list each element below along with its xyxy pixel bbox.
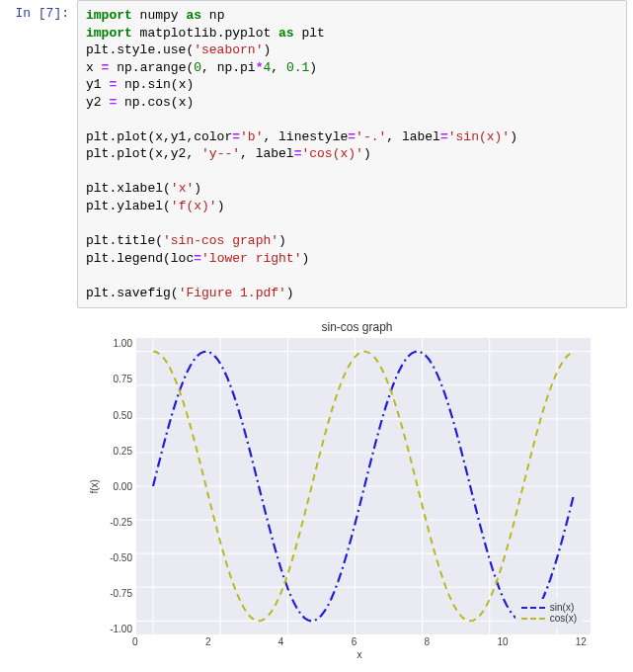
code-input[interactable]: import numpy as np import matplotlib.pyp… xyxy=(77,0,627,308)
code-cell: In [7]: import numpy as np import matplo… xyxy=(0,0,633,308)
chart-plot-area: sin(x) cos(x) xyxy=(136,338,591,634)
cell-output: sin-cos graph f(x) 1.000.750.500.250.00-… xyxy=(77,308,633,666)
chart-title: sin-cos graph xyxy=(87,320,627,334)
legend-item-sin: sin(x) xyxy=(521,602,577,613)
chart-xticks: 024681012 xyxy=(132,634,587,647)
chart-ylabel: f(x) xyxy=(89,479,100,493)
legend-swatch-sin xyxy=(521,607,545,609)
legend-label-cos: cos(x) xyxy=(550,613,577,624)
chart-legend: sin(x) cos(x) xyxy=(515,599,583,627)
input-prompt: In [7]: xyxy=(0,0,77,27)
chart-yticks: 1.000.750.500.250.00-0.25-0.50-0.75-1.00 xyxy=(101,338,136,634)
legend-label-sin: sin(x) xyxy=(550,602,574,613)
legend-swatch-cos xyxy=(521,618,545,620)
chart-xlabel: x xyxy=(132,649,587,660)
legend-item-cos: cos(x) xyxy=(521,613,577,624)
chart-svg xyxy=(136,338,591,634)
